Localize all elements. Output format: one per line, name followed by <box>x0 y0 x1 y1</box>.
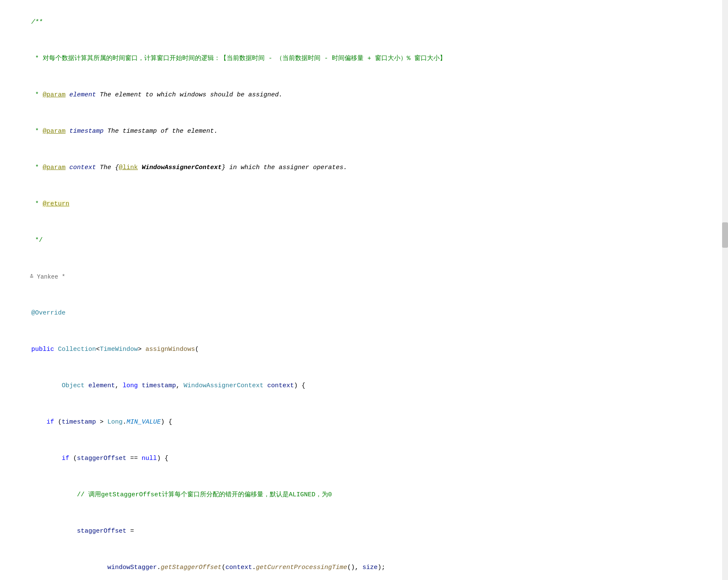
code-line-4: * @param timestamp The timestamp of the … <box>0 113 728 150</box>
indent3 <box>31 455 62 462</box>
code-editor: /** * 对每个数据计算其所属的时间窗口，计算窗口开始时间的逻辑：【当前数据时… <box>0 0 728 580</box>
code-line-9: @Override <box>0 295 728 331</box>
brace2: ) { <box>157 455 168 462</box>
closing: ) { <box>294 382 305 389</box>
param-tag-context: @param <box>43 164 66 171</box>
dot1: . <box>123 419 126 426</box>
comment-stagger: // 调用getStaggerOffset计算每个窗口所分配的错开的偏移量，默认… <box>31 491 332 498</box>
space <box>54 346 58 353</box>
comment-open: /** <box>31 19 43 26</box>
timewindow-type: TimeWindow <box>100 346 138 353</box>
comment-star4: * <box>31 200 43 208</box>
param-element-desc: The element to which windows should be a… <box>96 91 282 98</box>
brace1: ) { <box>161 419 172 426</box>
keyword-null: null <box>142 455 157 462</box>
param-tag-element: @param <box>43 91 66 98</box>
comment-chinese: * 对每个数据计算其所属的时间窗口，计算窗口开始时间的逻辑：【当前数据时间 - … <box>31 55 446 62</box>
comma2: , <box>176 382 183 389</box>
indent5 <box>31 564 107 571</box>
context-param: context <box>267 382 294 389</box>
keyword-long: long <box>123 382 138 389</box>
assign-windows-method: assignWindows <box>145 346 195 353</box>
angle-bracket: < <box>96 346 100 353</box>
param-context-desc-pre: The { <box>96 164 119 171</box>
space6: ( <box>69 455 77 462</box>
long-class: Long <box>107 419 123 426</box>
comma1: , <box>115 382 123 389</box>
indent1 <box>31 382 62 389</box>
code-line-5: * @param context The {@link WindowAssign… <box>0 150 728 186</box>
scrollbar[interactable] <box>722 0 728 580</box>
gt: > <box>96 419 107 426</box>
comment-star3: * <box>31 164 43 171</box>
size-id1: size <box>362 564 378 571</box>
dot2: . <box>157 564 161 571</box>
keyword-public: public <box>31 346 54 353</box>
space4 <box>263 382 267 389</box>
assign-op: = <box>126 528 134 535</box>
timestamp-param: timestamp <box>142 382 176 389</box>
code-line-11: Object element, long timestamp, WindowAs… <box>0 368 728 404</box>
comment-close: */ <box>31 237 43 244</box>
override-annotation: @Override <box>31 309 66 317</box>
param-timestamp-desc: The timestamp of the element. <box>104 128 218 135</box>
stagger-offset-id2: staggerOffset <box>77 528 126 535</box>
comment-star: * <box>31 91 43 98</box>
code-line-8: ≛ Yankee * <box>0 259 728 295</box>
link-tag: @link <box>119 164 138 171</box>
param-tag-timestamp: @param <box>43 128 66 135</box>
code-line-13: if (staggerOffset == null) { <box>0 440 728 477</box>
timestamp-id1: timestamp <box>62 419 96 426</box>
param-space3 <box>66 164 69 171</box>
context-id: context <box>225 564 252 571</box>
window-assigner-context-type: WindowAssignerContext <box>183 382 263 389</box>
comment-star2: * <box>31 128 43 135</box>
scrollbar-thumb[interactable] <box>722 222 728 248</box>
code-line-10: public Collection<TimeWindow> assignWind… <box>0 331 728 368</box>
keyword-if1: if <box>47 419 54 426</box>
element-param: element <box>88 382 115 389</box>
indent2 <box>31 419 47 426</box>
param-space <box>66 91 69 98</box>
code-line-7: */ <box>0 222 728 259</box>
collection-type: Collection <box>58 346 96 353</box>
dot3: . <box>252 564 256 571</box>
paren3: (), <box>347 564 362 571</box>
min-value-field: MIN_VALUE <box>126 419 161 426</box>
angle-bracket2: > <box>138 346 145 353</box>
code-line-15: staggerOffset = <box>0 513 728 550</box>
window-stagger-id: windowStagger <box>107 564 157 571</box>
param-context-class: WindowAssignerContext} in which the assi… <box>138 164 347 171</box>
semicolon1: ); <box>378 564 385 571</box>
indent4 <box>31 528 77 535</box>
paren2: ( <box>222 564 225 571</box>
param-timestamp: timestamp <box>69 128 104 135</box>
param-context: context <box>69 164 96 171</box>
return-tag: @return <box>43 200 69 208</box>
keyword-if2: if <box>62 455 69 462</box>
paren-open: ( <box>195 346 199 353</box>
code-line-16: windowStagger.getStaggerOffset(context.g… <box>0 550 728 580</box>
code-line-3: * @param element The element to which wi… <box>0 77 728 113</box>
get-stagger-offset-method: getStaggerOffset <box>161 564 222 571</box>
code-line-12: if (timestamp > Long.MIN_VALUE) { <box>0 404 728 440</box>
space2 <box>85 382 88 389</box>
space5: ( <box>54 419 62 426</box>
code-line-6: * @return <box>0 186 728 222</box>
param-element: element <box>69 91 96 98</box>
space3 <box>138 382 142 389</box>
code-line-1: /** <box>0 4 728 41</box>
eq-eq: == <box>126 455 142 462</box>
param-space2 <box>66 128 69 135</box>
stagger-offset-id1: staggerOffset <box>77 455 126 462</box>
code-line-14: // 调用getStaggerOffset计算每个窗口所分配的错开的偏移量，默认… <box>0 477 728 513</box>
code-line-2: * 对每个数据计算其所属的时间窗口，计算窗口开始时间的逻辑：【当前数据时间 - … <box>0 41 728 77</box>
author-text: ≛ Yankee * <box>30 274 65 280</box>
object-type: Object <box>62 382 85 389</box>
get-current-processing-time-method: getCurrentProcessingTime <box>256 564 347 571</box>
